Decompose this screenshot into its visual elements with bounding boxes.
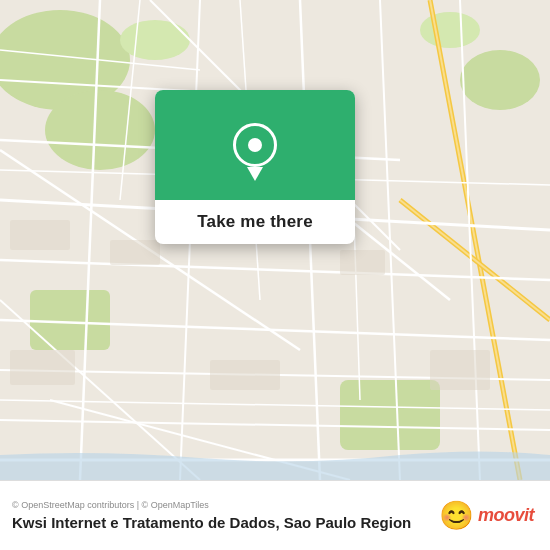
location-pin [233, 123, 277, 167]
svg-point-2 [45, 90, 155, 170]
moovit-icon: 😊 [439, 499, 474, 532]
svg-rect-39 [10, 350, 75, 385]
attribution-text: © OpenStreetMap contributors | © OpenMap… [12, 500, 411, 510]
svg-rect-37 [110, 240, 160, 265]
svg-rect-5 [340, 380, 440, 450]
moovit-wordmark: moovit [478, 505, 534, 526]
svg-rect-3 [30, 290, 110, 350]
svg-rect-40 [210, 360, 280, 390]
pin-outer [233, 123, 277, 167]
svg-point-7 [420, 12, 480, 48]
svg-point-6 [120, 20, 190, 60]
svg-point-4 [460, 50, 540, 110]
take-me-there-button[interactable]: Take me there [197, 212, 313, 232]
svg-rect-41 [430, 350, 490, 390]
map-card-top [155, 90, 355, 200]
place-name: Kwsi Internet e Tratamento de Dados, Sao… [12, 514, 411, 531]
bottom-text: © OpenStreetMap contributors | © OpenMap… [12, 500, 411, 531]
pin-inner [248, 138, 262, 152]
moovit-logo[interactable]: 😊 moovit [439, 499, 534, 532]
map-card: Take me there [155, 90, 355, 244]
svg-rect-38 [340, 250, 385, 275]
map-container: Take me there [0, 0, 550, 480]
pin-tail [247, 167, 263, 181]
svg-rect-36 [10, 220, 70, 250]
map-card-bottom[interactable]: Take me there [155, 200, 355, 244]
bottom-bar: © OpenStreetMap contributors | © OpenMap… [0, 480, 550, 550]
